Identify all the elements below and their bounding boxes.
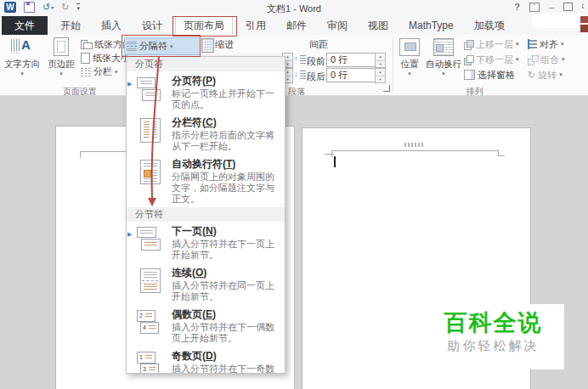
menu-item-odd-page[interactable]: 13奇数页(D)插入分节符并在下一奇数页上开始新节。 — [127, 347, 285, 374]
breaks-dropdown-menu: 分页符▶分页符(P)标记一页终止并开始下一页的点。分栏符(C)指示分栏符后面的文… — [126, 56, 286, 374]
group-label: 组合 — [540, 54, 559, 66]
margin-mark — [325, 154, 334, 155]
tab-page-layout[interactable]: 页面布局 — [175, 16, 233, 35]
ribbon: ↓↓↓↓A 文字方向 ▾ 页边距 ▾ 纸张方向 ▾ 纸张大小 ▾ 分栏 ▾ 分隔… — [0, 35, 588, 96]
align-button[interactable]: 对齐 ▾ — [528, 37, 564, 51]
tab-references[interactable]: 引用 — [238, 16, 274, 35]
margin-mark — [80, 151, 126, 152]
tab-mailings[interactable]: 邮件 — [279, 16, 314, 35]
continuous-break-icon — [135, 267, 167, 296]
menu-item-desc: 插入分节符并在下一页上开始新节。 — [172, 239, 281, 261]
edge-artifact — [580, 25, 588, 32]
caret-icon: ▾ — [170, 43, 173, 50]
ribbon-display-options-icon[interactable]: ⌃ — [529, 3, 540, 12]
bring-forward-icon — [464, 40, 473, 49]
columns-label: 分栏 — [93, 65, 112, 78]
close-icon[interactable]: ✕ — [582, 2, 586, 12]
menu-item-next-page[interactable]: ▶下一页(N)插入分节符并在下一页上开始新节。 — [127, 222, 285, 263]
margins-icon — [54, 37, 69, 56]
menu-item-column-break[interactable]: 分栏符(C)指示分栏符后面的文字将从下一栏开始。 — [127, 113, 285, 155]
menu-item-desc: 指示分栏符后面的文字将从下一栏开始。 — [172, 130, 281, 152]
title-bar: W ↺ ▾ ↻ ▾ 文档1 - Word ? ⌃ – ✕ — [0, 0, 588, 16]
text-cursor — [334, 156, 336, 167]
watermark-subtitle: 助你轻松解决 — [422, 338, 564, 354]
text-direction-icon: ↓↓↓↓A — [10, 37, 34, 56]
help-icon[interactable]: ? — [514, 1, 520, 13]
position-icon — [399, 38, 420, 56]
caret-icon: ▾ — [396, 70, 423, 77]
caret-icon: ▾ — [561, 41, 564, 48]
tab-file[interactable]: 文件 — [2, 16, 48, 35]
bring-forward-button[interactable]: 上移一层 ▾ — [464, 37, 519, 51]
menu-section-header: 分页符 — [127, 57, 285, 71]
wrap-text-button[interactable]: 自动换行 ▾ — [425, 37, 462, 77]
minimize-icon[interactable]: – — [549, 1, 554, 13]
menu-item-desc: 插入分节符并在同一页上开始新节。 — [172, 280, 281, 302]
group-separator — [393, 37, 393, 93]
page-number-glyph: 4 — [143, 324, 146, 331]
object-glyph — [144, 170, 151, 178]
space-after-input[interactable]: 0 行 — [326, 68, 380, 82]
tab-home[interactable]: 开始 — [53, 16, 88, 35]
breaks-label: 分隔符 — [139, 40, 167, 53]
tab-mathtype[interactable]: MathType — [401, 16, 461, 35]
caret-icon: ▾ — [425, 70, 462, 77]
page-break-icon — [135, 75, 167, 104]
columns-button[interactable]: 分栏 ▾ — [81, 65, 118, 78]
space-before-spinner[interactable]: ▲▼ — [375, 53, 386, 68]
page-number-glyph: 3 — [143, 365, 146, 373]
selection-pane-label: 选择窗格 — [478, 69, 515, 82]
paper-size-icon — [81, 53, 90, 64]
breaks-icon — [127, 42, 137, 51]
position-button[interactable]: 位置 ▾ — [396, 37, 423, 77]
menu-item-desc: 分隔网页上的对象周围的文字，如分隔题注文字与正文。 — [172, 172, 281, 205]
maximize-icon[interactable] — [563, 3, 573, 11]
tab-addins[interactable]: 加载项 — [466, 16, 512, 35]
selection-pane-icon — [464, 70, 475, 80]
space-before-input[interactable]: 0 行 — [326, 53, 380, 67]
grid-setup-button[interactable] — [201, 37, 214, 54]
menu-item-page-break[interactable]: ▶分页符(P)标记一页终止并开始下一页的点。 — [127, 71, 285, 113]
tab-insert[interactable]: 插入 — [93, 16, 129, 35]
menu-item-continuous[interactable]: 连续(O)插入分节符并在同一页上开始新节。 — [127, 263, 285, 305]
send-backward-label: 下移一层 — [476, 54, 513, 66]
menu-item-title: 下一页(N) — [172, 225, 281, 237]
menu-item-even-page[interactable]: 24偶数页(E)插入分节符并在下一偶数页上开始新节。 — [127, 305, 285, 347]
breaks-button[interactable]: 分隔符 ▾ — [124, 37, 201, 55]
text-wrap-break-icon — [135, 158, 167, 187]
caret-icon: ▾ — [44, 70, 78, 77]
rotate-button[interactable]: ↻ 旋转 ▾ — [528, 68, 563, 82]
column-break-icon — [135, 116, 167, 145]
space-after-spinner[interactable]: ▲▼ — [375, 68, 386, 83]
group-button[interactable]: 组合 ▾ — [528, 53, 565, 66]
rotate-label: 旋转 — [538, 69, 557, 82]
margins-button[interactable]: 页边距 ▾ — [44, 37, 78, 77]
space-after-icon: ↓ — [294, 70, 306, 80]
paragraph-dialog-launcher[interactable] — [383, 85, 390, 92]
selection-pane-button[interactable]: 选择窗格 — [464, 68, 515, 82]
menu-item-title: 奇数页(D) — [172, 350, 281, 362]
tab-review[interactable]: 审阅 — [319, 16, 355, 35]
rotate-icon: ↻ — [528, 70, 535, 80]
caret-icon: ▾ — [2, 70, 42, 77]
wrap-text-label: 自动换行 — [425, 59, 462, 70]
bring-forward-label: 上移一层 — [476, 38, 513, 51]
tab-view[interactable]: 视图 — [360, 16, 396, 35]
margin-mark — [498, 155, 505, 156]
word-window: W ↺ ▾ ↻ ▾ 文档1 - Word ? ⌃ – ✕ 文件开始插入设计页面布… — [0, 0, 588, 389]
text-direction-button[interactable]: ↓↓↓↓A 文字方向 ▾ — [2, 37, 42, 77]
caret-icon: ▾ — [559, 71, 563, 78]
document-title: 文档1 - Word — [0, 3, 588, 15]
send-backward-icon — [464, 55, 473, 65]
tab-design[interactable]: 设计 — [134, 16, 170, 35]
menu-item-title: 分栏符(C) — [172, 116, 281, 128]
continuous-divider — [142, 280, 158, 281]
edge-artifact — [580, 16, 588, 23]
menu-item-text-wrap-break[interactable]: 自动换行符(T)分隔网页上的对象周围的文字，如分隔题注文字与正文。 — [127, 155, 285, 207]
space-before-icon: ↑ — [294, 54, 306, 65]
menu-item-desc: 标记一页终止并开始下一页的点。 — [172, 88, 281, 110]
page-number-glyph: 2 — [139, 312, 143, 319]
send-backward-button[interactable]: 下移一层 ▾ — [464, 53, 519, 66]
page-number-glyph: 1 — [139, 353, 143, 361]
next-page-break-icon — [135, 225, 167, 254]
